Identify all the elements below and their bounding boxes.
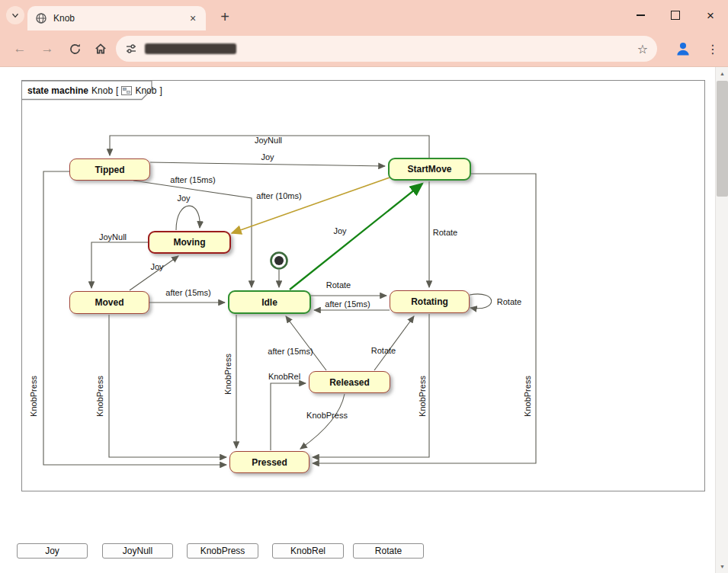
- frame-keyword: state machine: [27, 85, 88, 96]
- scroll-down-icon[interactable]: ▼: [716, 560, 728, 573]
- browser-tab[interactable]: Knob ×: [27, 6, 206, 30]
- window-controls: ×: [623, 0, 728, 30]
- browser-menu-icon[interactable]: ⋮: [704, 40, 721, 58]
- vertical-scrollbar: ▲ ▼: [715, 67, 728, 573]
- transition-label: Joy: [177, 194, 190, 203]
- state-startmove: StartMove: [388, 158, 471, 181]
- transition-label: after (15ms): [165, 288, 210, 297]
- transition-label: KnobPress: [223, 354, 233, 395]
- event-button-knobpress[interactable]: KnobPress: [187, 543, 258, 559]
- address-bar[interactable]: ☆: [116, 36, 657, 62]
- diagram-frame: [21, 80, 705, 491]
- event-button-knobrel[interactable]: KnobRel: [272, 543, 344, 559]
- frame-title: state machine Knob [ Knob ]: [27, 84, 162, 98]
- transition-label: JoyNull: [255, 136, 282, 145]
- transition-label: KnobPress: [418, 376, 427, 417]
- transition-label: KnobPress: [95, 376, 104, 417]
- state-label: Released: [329, 377, 370, 388]
- tab-search-button[interactable]: [6, 6, 24, 24]
- maximize-button[interactable]: [658, 0, 693, 30]
- reload-icon: [69, 43, 82, 56]
- state-pressed: Pressed: [229, 451, 309, 473]
- diagram-ref-icon: [121, 86, 132, 95]
- new-tab-button[interactable]: +: [215, 7, 235, 27]
- state-label: Pressed: [252, 457, 287, 468]
- transition-label: Rotate: [497, 297, 521, 306]
- transition-label: KnobRel: [268, 372, 300, 381]
- close-button[interactable]: ×: [693, 0, 728, 30]
- profile-avatar[interactable]: [673, 39, 693, 59]
- frame-name: Knob: [91, 85, 113, 96]
- transition-label: after (15ms): [268, 347, 313, 356]
- state-rotating: Rotating: [390, 290, 470, 313]
- state-moved: Moved: [69, 291, 149, 314]
- url-redacted-text: [145, 43, 236, 54]
- state-label: StartMove: [407, 164, 451, 174]
- state-released: Released: [309, 371, 390, 393]
- scrollbar-thumb[interactable]: [717, 81, 728, 197]
- transition-label: Joy: [261, 152, 274, 162]
- site-settings-icon: [125, 43, 137, 55]
- event-button-joynull[interactable]: JoyNull: [102, 543, 173, 559]
- state-label: Moved: [95, 297, 123, 308]
- browser-window: Knob × + × ← → ☆: [0, 0, 728, 573]
- scroll-up-icon[interactable]: ▲: [716, 67, 728, 80]
- transition-label: KnobPress: [29, 376, 38, 417]
- frame-ref: Knob: [135, 85, 156, 96]
- transition-label: after (15ms): [325, 299, 370, 309]
- home-button[interactable]: [90, 38, 111, 59]
- transition-label: Joy: [333, 226, 346, 235]
- maximize-icon: [671, 11, 680, 20]
- bookmark-star-icon[interactable]: ☆: [637, 42, 648, 56]
- transition-label: Joy: [150, 262, 163, 271]
- minimize-icon: [637, 14, 645, 16]
- tab-title: Knob: [53, 13, 186, 24]
- transition-label: KnobPress: [523, 376, 532, 417]
- tab-strip: Knob × + ×: [0, 0, 728, 30]
- chevron-down-icon: [10, 10, 21, 21]
- transition-label: Rotate: [371, 346, 396, 355]
- transition-label: Rotate: [433, 228, 457, 237]
- minimize-button[interactable]: [623, 0, 658, 30]
- back-button[interactable]: ←: [9, 38, 30, 59]
- state-moving: Moving: [148, 231, 231, 254]
- home-icon: [94, 42, 107, 56]
- transition-label: after (10ms): [256, 191, 301, 200]
- state-label: Idle: [261, 297, 277, 308]
- globe-favicon-icon: [35, 12, 47, 24]
- event-button-joy[interactable]: Joy: [17, 543, 88, 559]
- transition-label: Rotate: [326, 280, 351, 290]
- state-label: Rotating: [411, 296, 448, 307]
- tab-close-icon[interactable]: ×: [186, 11, 200, 25]
- transition-label: KnobPress: [306, 411, 348, 420]
- state-tipped: Tipped: [69, 158, 150, 181]
- state-label: Tipped: [95, 165, 124, 175]
- transition-label: after (15ms): [170, 175, 215, 184]
- reload-button[interactable]: [64, 38, 85, 59]
- event-button-rotate[interactable]: Rotate: [353, 543, 424, 559]
- state-idle: Idle: [228, 290, 311, 314]
- forward-button[interactable]: →: [37, 38, 58, 59]
- transition-label: JoyNull: [99, 232, 127, 242]
- state-label: Moving: [174, 237, 206, 248]
- person-icon: [674, 40, 692, 58]
